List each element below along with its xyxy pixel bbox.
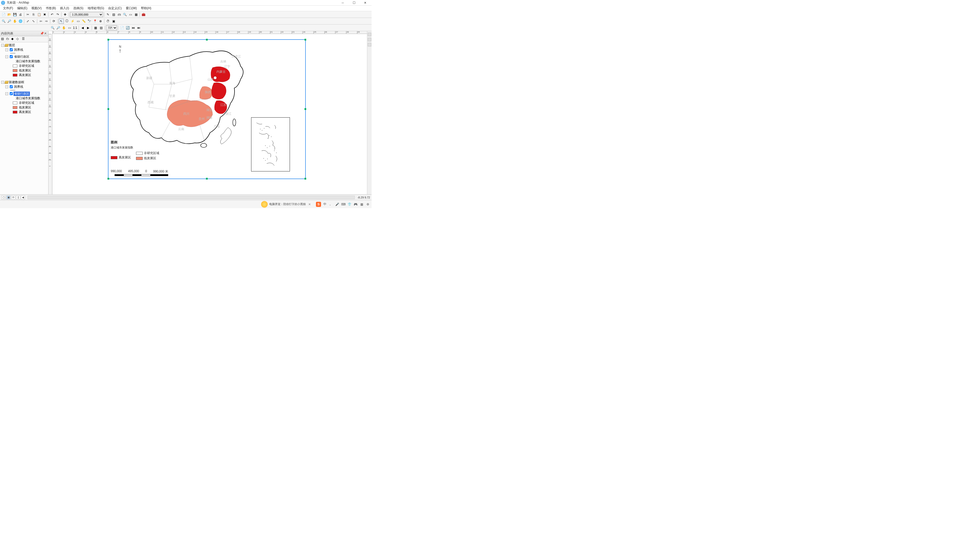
menu-insert[interactable]: 插入(I) [58,6,71,11]
menu-select[interactable]: 选择(S) [71,6,86,11]
pet-emoji-icon[interactable] [261,201,268,208]
fixed-zoom-in-icon[interactable]: ⤢ [25,19,30,24]
scale-select[interactable]: 1:25,000,000 [70,12,103,17]
new-doc-icon[interactable]: 📄 [1,12,6,17]
layout-zoom-in-icon[interactable]: 🔍 [50,25,55,30]
list-by-visibility-icon[interactable]: ◆ [11,37,16,41]
layout-view-button[interactable]: ▣ [6,195,11,200]
resize-handle[interactable] [304,39,306,41]
menu-file[interactable]: 文件(F) [1,6,15,11]
layout-canvas[interactable]: N ↑ [53,35,367,194]
class-label[interactable]: 非研究区域 [18,64,35,68]
layer-visibility-checkbox[interactable] [10,48,13,51]
class-label[interactable]: 高发展区 [18,110,32,114]
layer-visibility-checkbox[interactable] [10,55,13,58]
find-icon[interactable]: 🔭 [87,19,92,24]
toc-icon[interactable]: ▤ [111,12,116,17]
layer-visibility-checkbox[interactable] [10,92,13,95]
layout-forward-icon[interactable]: ▶ [86,25,91,30]
horizontal-scrollbar[interactable] [27,196,355,199]
list-by-selection-icon[interactable]: ◇ [16,37,21,41]
time-slider-icon[interactable]: ⏱ [105,19,110,24]
expand-icon[interactable]: − [5,86,8,88]
redo-icon[interactable]: ↷ [55,12,60,17]
measure-icon[interactable]: 📏 [81,19,86,24]
cut-icon[interactable]: ✂ [25,12,30,17]
sogou-ime-icon[interactable]: S [316,202,321,207]
select-elements-icon[interactable]: ↖ [59,19,64,24]
back-icon[interactable]: ⇦ [38,19,43,24]
layer-label-selected[interactable]: 省级行政区 [14,92,30,96]
punctuation-icon[interactable]: 。 [329,202,333,206]
toc-pin-icon[interactable]: 📌 [40,32,44,35]
keyboard-icon[interactable]: ⌨ [341,202,345,206]
symbol-swatch[interactable] [13,65,18,67]
symbol-swatch[interactable] [13,69,18,72]
data-frame-selected[interactable]: N ↑ [108,39,306,179]
paste-icon[interactable]: 📋 [37,12,41,17]
previous-button[interactable]: ◀ [21,195,25,200]
layer-label[interactable]: 省级行政区 [14,55,30,59]
refresh-button[interactable]: ⟳ [11,195,15,200]
grid-icon[interactable]: ▦ [360,202,364,206]
create-viewer-icon[interactable]: ▣ [111,19,116,24]
html-popup-icon[interactable]: ▭ [76,19,81,24]
toc-options-icon[interactable]: ☰ [22,37,27,41]
full-extent-icon[interactable]: 🌐 [18,19,23,24]
expand-icon[interactable]: − [1,44,4,47]
expand-icon[interactable]: − [1,81,4,84]
zoom-in-icon[interactable]: 🔍 [1,19,6,24]
model-builder-icon[interactable]: ▦ [134,12,138,17]
resize-handle[interactable] [107,39,109,41]
inset-data-frame[interactable] [251,118,290,171]
tray-close-icon[interactable]: ✕ [307,203,312,206]
resize-handle[interactable] [107,178,109,179]
toc-tree[interactable]: − 图层 − 国界线 − 省级行政区 港口城市发展指数 非研究区域 [0,42,48,194]
focus-data-frame-icon[interactable]: ▤ [99,25,103,30]
menu-window[interactable]: 窗口(W) [124,6,139,11]
save-icon[interactable]: 💾 [12,12,18,17]
toggle-draft-icon[interactable]: ▦ [93,25,98,30]
mic-icon[interactable]: 🎤 [335,202,339,206]
class-label[interactable]: 非研究区域 [18,101,35,105]
resize-handle[interactable] [107,108,109,110]
find-route-icon[interactable]: 📍 [92,19,97,24]
skin-icon[interactable]: 👕 [347,202,352,206]
ddp-last-icon[interactable]: ⏭ [136,25,142,30]
refresh-map-icon[interactable]: ⟳ [51,19,56,24]
side-tool-3[interactable] [368,43,371,46]
layer-label[interactable]: 国界线 [14,48,24,52]
zoom-out-icon[interactable]: 🔎 [6,19,12,24]
print-icon[interactable]: 🖨 [18,12,23,17]
layer-visibility-checkbox[interactable] [10,85,13,88]
class-label[interactable]: 高发展区 [18,73,32,77]
symbol-swatch[interactable] [13,102,18,104]
layout-back-icon[interactable]: ◀ [80,25,85,30]
data-driven-pages-icon[interactable]: 📄 [119,25,124,30]
zoom-whole-page-icon[interactable]: ▭ [67,25,72,30]
zoom-100-icon[interactable]: 1:1 [73,25,78,30]
identify-icon[interactable]: ⓘ [64,19,69,24]
resize-handle[interactable] [206,39,208,41]
maximize-button[interactable]: ☐ [351,0,357,5]
toc-close-icon[interactable]: ✕ [44,32,47,35]
hyperlink-icon[interactable]: ⚡ [70,19,75,24]
pause-drawing-button[interactable]: ∥ [16,195,20,200]
undo-icon[interactable]: ↶ [49,12,55,17]
list-by-drawing-order-icon[interactable]: ▤ [1,37,6,41]
expand-icon[interactable]: − [5,56,8,58]
pan-icon[interactable]: ✋ [12,19,18,24]
ddp-first-icon[interactable]: ⏮ [130,25,136,30]
ddp-refresh-icon[interactable]: 🔄 [125,25,130,30]
catalog-icon[interactable]: 🗃 [117,12,122,17]
python-window-icon[interactable]: ▭ [128,12,133,17]
side-tool-1[interactable] [368,33,371,36]
goto-xy-icon[interactable]: ⊕ [98,19,103,24]
class-label[interactable]: 低发展区 [18,105,32,110]
fixed-zoom-out-icon[interactable]: ⤡ [31,19,36,24]
map-legend[interactable]: 图例 港口城市发展指数 . 高发展区 非研究区域 低发展区 [111,140,159,161]
copy-icon[interactable]: ⎘ [31,12,36,17]
menu-help[interactable]: 帮助(H) [139,6,153,11]
symbol-swatch[interactable] [13,111,18,114]
side-tool-2[interactable] [368,38,371,41]
